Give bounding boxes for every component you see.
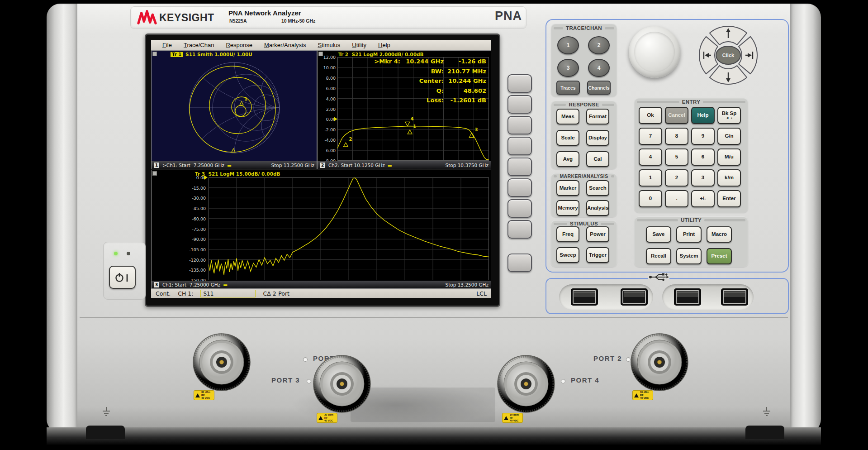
usb-port-1[interactable] [571,288,598,306]
button-format[interactable]: Format [586,109,609,124]
usb-port-3[interactable] [674,288,701,306]
marker-readout-row: Loss:-1.2601 dB [374,96,486,105]
utility-key-preset[interactable]: Preset [707,248,732,264]
y-tick-label: -2.00 [318,127,336,132]
trace-chan-button-1[interactable]: 1 [557,36,579,54]
button-avg[interactable]: Avg [556,151,579,167]
usb-port-2[interactable] [621,288,648,306]
utility-title: UTILITY [637,217,745,223]
entry-key-cancel[interactable]: Cancel [665,107,688,124]
menu-file[interactable]: File [157,42,178,48]
window1-footer: 1 >Ch1: Start 7.25000 GHz ▬ Stop 13.2500… [152,161,317,169]
y-tick-label: -105.00 [152,247,206,252]
entry-key-3[interactable]: 3 [691,169,715,187]
utility-key-macro[interactable]: Macro [707,226,732,243]
trace-chan-button-3[interactable]: 3 [557,59,579,77]
entry-key-mu[interactable]: M/u [717,148,741,166]
window1-number: 1 [154,163,159,168]
button-trigger[interactable]: Trigger [586,247,609,263]
entry-key-enter[interactable]: Enter [717,190,741,207]
navigation-pad[interactable]: Click [687,17,770,93]
entry-key-km[interactable]: k/m [717,169,741,187]
utility-key-recall[interactable]: Recall [646,248,671,264]
entry-key-5[interactable]: 5 [665,148,688,166]
nav-click-button[interactable]: Click [722,53,735,58]
menu-help[interactable]: Help [372,42,396,48]
menu-stimulus[interactable]: Stimulus [312,42,346,48]
marker-readout-row: BW:210.77 MHz [374,67,486,77]
display-screen: FileTrace/ChanResponseMarker/AnalysisSti… [151,40,491,298]
button-power[interactable]: Power [586,226,609,242]
entry-key-ok[interactable]: Ok [639,107,662,124]
button-memory[interactable]: Memory [556,200,579,216]
softkey-button-4[interactable] [508,137,532,155]
softkey-button-1[interactable] [508,74,532,93]
entry-key-bksp[interactable]: Bk Sp◄ ▪ [717,107,741,124]
status-bar: Cont. CH 1: S11 CΔ 2-Port LCL [151,289,491,298]
active-measurement[interactable]: S11 [200,290,256,297]
button-sweep[interactable]: Sweep [556,247,579,263]
button-meas[interactable]: Meas [556,109,579,124]
y-tick-label: -4.00 [318,138,336,143]
softkey-button-8[interactable] [508,220,532,239]
menu-bar: FileTrace/ChanResponseMarker/AnalysisSti… [151,40,491,50]
y-tick-label: -120.00 [152,258,206,263]
power-button[interactable] [109,266,136,289]
utility-key-save[interactable]: Save [646,226,671,243]
button-display[interactable]: Display [586,130,609,146]
cal-status: CΔ 2-Port [263,290,289,297]
port-indicator-dot [626,357,631,362]
menu-tracechan[interactable]: Trace/Chan [178,42,220,48]
softkey-button-3[interactable] [508,116,532,134]
usb-port-4[interactable] [721,288,748,306]
reference-level-marker [334,117,337,121]
button-analysis[interactable]: Analysis [586,200,609,216]
button-cal[interactable]: Cal [586,151,609,167]
y-tick-label: 2.00 [318,107,336,112]
entry-key-8[interactable]: 8 [665,128,688,145]
menu-utility[interactable]: Utility [346,42,372,48]
button-traces[interactable]: Traces [556,81,580,95]
button-scale[interactable]: Scale [556,130,579,146]
entry-key-9[interactable]: 9 [691,128,715,145]
softkey-button-2[interactable] [508,95,532,114]
label-port-3: PORT 3 [271,376,300,384]
trace-color-key: ▬ [388,163,392,168]
softkey-button-6[interactable] [508,178,532,197]
label-port-2: PORT 2 [593,354,622,362]
warning-icon [634,393,639,397]
utility-key-system[interactable]: System [676,248,702,264]
window2-stop: Stop 10.3750 GHz [445,163,489,168]
entry-key-1[interactable]: 1 [639,169,662,187]
trace-chan-button-2[interactable]: 2 [588,36,610,54]
softkey-button-lone[interactable] [508,254,532,272]
trace-chan-button-4[interactable]: 4 [588,59,610,77]
utility-key-print[interactable]: Print [676,226,702,243]
entry-key-0[interactable]: 0 [639,190,662,207]
entry-key-7[interactable]: 7 [639,128,662,145]
entry-key-[interactable]: +/- [691,190,715,207]
entry-key-6[interactable]: 6 [691,148,715,166]
button-channels[interactable]: Channels [587,81,611,95]
foot [745,426,784,439]
entry-key-[interactable]: . [665,190,688,207]
softkey-button-7[interactable] [508,199,532,218]
menu-response[interactable]: Response [220,42,258,48]
button-freq[interactable]: Freq [556,226,579,242]
softkey-button-5[interactable] [508,158,532,176]
entry-key-help[interactable]: Help [691,107,715,124]
button-marker[interactable]: Marker [556,180,579,196]
window3-number: 3 [154,282,159,287]
warning-sticker: 30 dBm RF40 VDC [502,413,523,423]
y-tick-label: 0.00 [152,175,206,180]
svg-text:3: 3 [474,127,478,132]
response-title: RESPONSE [554,102,614,107]
entry-key-gn[interactable]: G/n [717,128,741,145]
y-tick-label: 8.00 [318,76,336,81]
entry-key-4[interactable]: 4 [639,148,662,166]
rotary-knob[interactable] [629,26,680,78]
menu-markeranalysis[interactable]: Marker/Analysis [258,42,312,48]
entry-key-2[interactable]: 2 [665,169,688,187]
left-rail [47,4,77,433]
button-search[interactable]: Search [586,180,609,196]
